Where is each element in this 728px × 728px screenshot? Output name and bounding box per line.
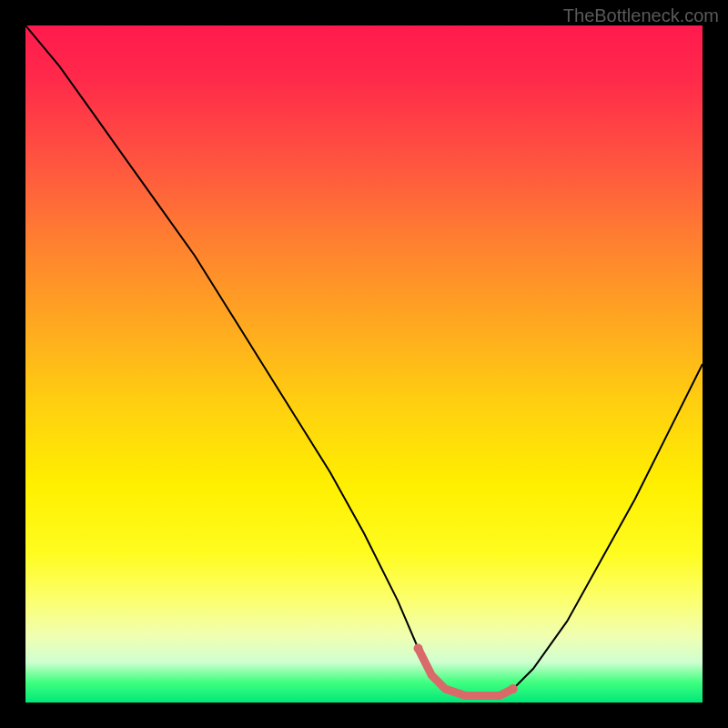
highlight-dot-left [414, 643, 423, 652]
highlight-dot-right [509, 684, 518, 693]
chart-svg [25, 25, 703, 703]
bottleneck-curve [25, 25, 703, 696]
chart-plot-area [25, 25, 703, 703]
highlight-zone-curve [419, 649, 513, 696]
watermark-text: TheBottleneck.com [563, 5, 719, 26]
